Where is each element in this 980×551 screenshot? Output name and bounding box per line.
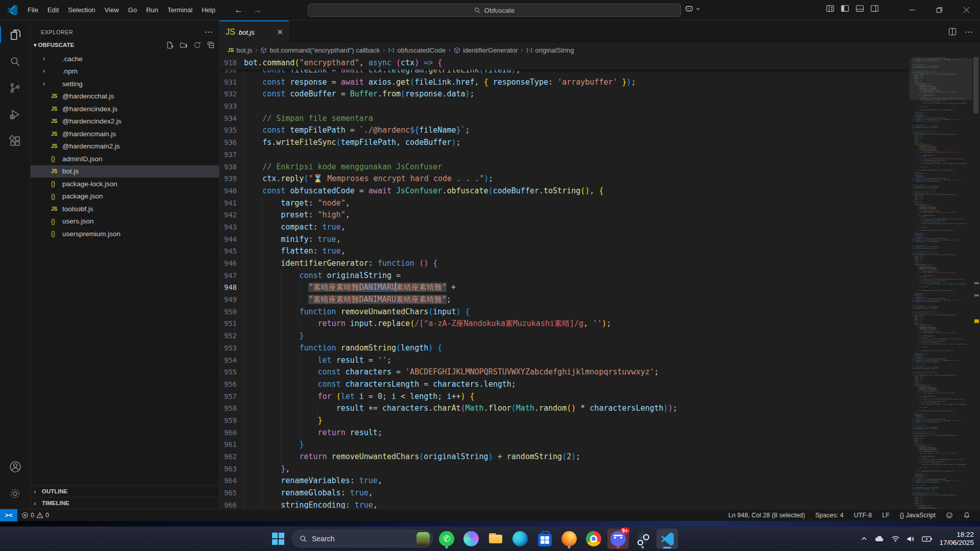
menu-selection[interactable]: Selection bbox=[63, 4, 100, 17]
taskbar-steam[interactable] bbox=[632, 529, 653, 549]
code-line-944[interactable]: 944 minify: true, bbox=[219, 234, 910, 246]
workspace-section[interactable]: ▾ OBFUSCATE bbox=[31, 38, 219, 52]
code-line-932[interactable]: 932 const codeBuffer = Buffer.from(respo… bbox=[219, 88, 910, 101]
split-editor-icon[interactable] bbox=[948, 28, 957, 36]
minimap-slider[interactable] bbox=[910, 58, 972, 100]
menu-help[interactable]: Help bbox=[197, 4, 220, 17]
tab-close-icon[interactable]: ✕ bbox=[277, 28, 283, 37]
editor-more-icon[interactable]: ⋯ bbox=[965, 27, 973, 37]
battery-icon[interactable] bbox=[922, 536, 933, 542]
code-line-934[interactable]: 934 // Simpan file sementara bbox=[219, 113, 910, 125]
code-line-955[interactable]: 955 const characters = 'ABCDEFGHIJKLMNOP… bbox=[219, 366, 910, 379]
taskbar-edge[interactable] bbox=[509, 529, 531, 549]
menu-view[interactable]: View bbox=[100, 4, 124, 17]
file-item-bot.js[interactable]: JSbot.js bbox=[31, 165, 219, 178]
taskbar-whatsapp[interactable]: ✆ bbox=[436, 529, 457, 549]
status-cursor-position[interactable]: Ln 948, Col 28 (8 selected) bbox=[724, 509, 810, 521]
tray-chevron-icon[interactable] bbox=[861, 535, 868, 542]
file-item-toolsobf.js[interactable]: JStoolsobf.js bbox=[31, 203, 219, 215]
code-line-931[interactable]: 931 const response = await axios.get(fil… bbox=[219, 77, 910, 89]
sticky-scroll-line[interactable]: 918bot.command("encrypthard", async (ctx… bbox=[219, 57, 910, 69]
activity-source-control[interactable] bbox=[0, 76, 31, 100]
menu-file[interactable]: File bbox=[23, 4, 43, 17]
file-item-@hardencchat.js[interactable]: JS@hardencchat.js bbox=[31, 90, 219, 103]
code-line-959[interactable]: 959 } bbox=[219, 415, 910, 427]
code-line-942[interactable]: 942 preset: "high", bbox=[219, 209, 910, 221]
wifi-icon[interactable] bbox=[891, 535, 900, 542]
code-line-954[interactable]: 954 let result = ''; bbox=[219, 355, 910, 367]
code-line-949[interactable]: 949 "素晴座素晴難DANIMARU素晴座素晴難"; bbox=[219, 294, 910, 306]
taskbar-vscode[interactable] bbox=[656, 529, 678, 549]
code-line-941[interactable]: 941 target: "node", bbox=[219, 197, 910, 210]
taskbar-firefox[interactable] bbox=[558, 529, 580, 549]
code-line-943[interactable]: 943 compact: true, bbox=[219, 221, 910, 234]
code-line-938[interactable]: 938 // Enkripsi kode menggunakan JsConfu… bbox=[219, 161, 910, 173]
file-item-.cache[interactable]: ›.cache bbox=[31, 53, 219, 65]
menu-edit[interactable]: Edit bbox=[43, 4, 63, 17]
code-line-957[interactable]: 957 for (let i = 0; i < length; i++) { bbox=[219, 391, 910, 403]
toggle-sidebar-icon[interactable] bbox=[841, 4, 849, 13]
taskbar-explorer[interactable] bbox=[485, 529, 506, 549]
file-item-package-lock.json[interactable]: {}package-lock.json bbox=[31, 178, 219, 190]
minimize-button[interactable] bbox=[899, 0, 926, 20]
taskbar-store[interactable] bbox=[534, 529, 555, 549]
code-line-956[interactable]: 956 const charactersLength = characters.… bbox=[219, 379, 910, 391]
code-line-966[interactable]: 966 stringEncoding: true, bbox=[219, 499, 910, 509]
notifications-bell-icon[interactable] bbox=[959, 509, 975, 521]
code-line-964[interactable]: 964 renameVariables: true, bbox=[219, 475, 910, 487]
toggle-panel-icon[interactable] bbox=[855, 4, 864, 13]
breadcrumb-item-1[interactable]: bot.command("encrypthard") callback bbox=[260, 46, 380, 54]
file-item-@hardencindex.js[interactable]: JS@hardencindex.js bbox=[31, 103, 219, 115]
code-line-947[interactable]: 947 const originalString = bbox=[219, 270, 910, 282]
code-line-948[interactable]: 948 "素晴座素晴難DANIMARU素晴座素晴難" + bbox=[219, 282, 910, 294]
file-item-userspremium.json[interactable]: {}userspremium.json bbox=[31, 228, 219, 240]
search-highlight-image[interactable] bbox=[416, 532, 430, 545]
onedrive-icon[interactable] bbox=[874, 535, 885, 542]
code-line-953[interactable]: 953 function randomString(length) { bbox=[219, 342, 910, 355]
status-indentation[interactable]: Spaces: 4 bbox=[811, 509, 848, 521]
code-editor[interactable]: 930 const fileLink = await ctx.telegram.… bbox=[219, 57, 980, 509]
breadcrumb-item-2[interactable]: obfuscatedCode bbox=[388, 46, 446, 54]
start-button[interactable] bbox=[267, 529, 289, 549]
menu-run[interactable]: Run bbox=[141, 4, 163, 17]
code-line-965[interactable]: 965 renameGlobals: true, bbox=[219, 487, 910, 499]
activity-search[interactable] bbox=[0, 49, 31, 73]
taskbar-discord[interactable]: 9+ bbox=[607, 529, 629, 549]
file-item-.npm[interactable]: ›.npm bbox=[31, 65, 219, 78]
collapse-all-icon[interactable] bbox=[207, 41, 215, 49]
refresh-icon[interactable] bbox=[193, 41, 201, 49]
code-line-937[interactable]: 937 bbox=[219, 149, 910, 161]
panel-outline[interactable]: ›OUTLINE bbox=[31, 485, 219, 497]
status-eol[interactable]: LF bbox=[877, 509, 894, 521]
file-item-@hardencindex2.js[interactable]: JS@hardencindex2.js bbox=[31, 115, 219, 128]
activity-explorer[interactable] bbox=[0, 22, 31, 47]
customize-layout-icon[interactable] bbox=[826, 4, 835, 13]
scrollbar-thumb[interactable] bbox=[973, 57, 978, 113]
code-line-963[interactable]: 963 }, bbox=[219, 463, 910, 475]
status-language[interactable]: {} JavaScript bbox=[895, 509, 940, 521]
taskbar-chrome[interactable] bbox=[583, 529, 604, 549]
code-line-958[interactable]: 958 result += characters.charAt(Math.flo… bbox=[219, 403, 910, 415]
file-item-@hardencmain2.js[interactable]: JS@hardencmain2.js bbox=[31, 140, 219, 153]
code-line-961[interactable]: 961 } bbox=[219, 439, 910, 451]
code-line-951[interactable]: 951 return input.replace(/[^a-zA-Z座Nando… bbox=[219, 318, 910, 330]
volume-icon[interactable] bbox=[906, 535, 915, 543]
minimap[interactable]: const fileLink = await ctx.telegram.getF… bbox=[910, 57, 972, 509]
feedback-smiley-icon[interactable] bbox=[941, 509, 958, 521]
menu-go[interactable]: Go bbox=[124, 4, 141, 17]
tab-botjs[interactable]: JS bot.js ✕ bbox=[219, 20, 289, 43]
code-line-946[interactable]: 946 identifierGenerator: function () { bbox=[219, 258, 910, 270]
code-line-962[interactable]: 962 return removeUnwantedChars(originalS… bbox=[219, 451, 910, 463]
copilot-button[interactable] bbox=[684, 4, 700, 13]
settings-button[interactable] bbox=[0, 481, 31, 506]
code-line-952[interactable]: 952 } bbox=[219, 330, 910, 342]
account-button[interactable] bbox=[0, 455, 31, 479]
file-item-package.json[interactable]: {}package.json bbox=[31, 190, 219, 203]
code-line-936[interactable]: 936 fs.writeFileSync(tempFilePath, codeB… bbox=[219, 137, 910, 149]
status-encoding[interactable]: UTF-8 bbox=[849, 509, 876, 521]
file-item-@hardencmain.js[interactable]: JS@hardencmain.js bbox=[31, 128, 219, 140]
activity-run-debug[interactable] bbox=[0, 102, 31, 127]
panel-timeline[interactable]: ›TIMELINE bbox=[31, 497, 219, 509]
forward-arrow-icon[interactable]: → bbox=[253, 5, 262, 15]
remote-indicator[interactable]: >< bbox=[0, 509, 17, 521]
